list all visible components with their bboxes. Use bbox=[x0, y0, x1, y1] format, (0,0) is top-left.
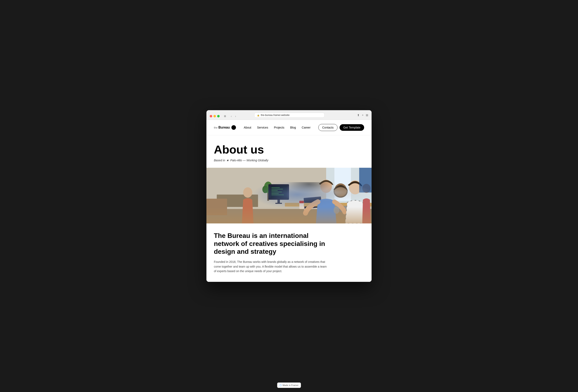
svg-rect-18 bbox=[278, 200, 280, 203]
site-nav: the Bureau About Services Projects Blog … bbox=[206, 120, 372, 135]
svg-rect-25 bbox=[299, 201, 304, 203]
browser-chrome: ⊞ ‹ › 🔒 the-bureau.framer.website ⬆ ＋ ⊞ bbox=[206, 110, 372, 120]
nav-projects[interactable]: Projects bbox=[274, 126, 285, 129]
forward-button[interactable]: › bbox=[234, 114, 237, 118]
svg-rect-6 bbox=[206, 199, 227, 215]
lock-icon: 🔒 bbox=[257, 114, 259, 116]
new-tab-button[interactable]: ＋ bbox=[361, 113, 364, 117]
svg-rect-19 bbox=[275, 203, 282, 204]
get-template-button[interactable]: Get Template bbox=[339, 124, 364, 131]
svg-point-27 bbox=[349, 180, 361, 194]
svg-point-32 bbox=[334, 206, 339, 214]
svg-point-31 bbox=[362, 184, 371, 193]
logo-bureau: Bureau bbox=[218, 126, 230, 129]
contacts-button[interactable]: Contacts bbox=[318, 124, 337, 131]
window-controls: ⊞ bbox=[223, 114, 227, 118]
minimize-button[interactable] bbox=[213, 115, 216, 117]
svg-rect-21 bbox=[304, 197, 322, 209]
back-button[interactable]: ‹ bbox=[230, 114, 233, 118]
subtitle-location: Palo-Alto — Working Globally bbox=[230, 159, 268, 162]
browser-actions: ⬆ ＋ ⊞ bbox=[357, 113, 368, 117]
office-photo bbox=[206, 168, 372, 223]
nav-links: About Services Projects Blog Career bbox=[244, 126, 311, 129]
svg-rect-11 bbox=[270, 186, 287, 198]
address-bar[interactable]: 🔒 the-bureau.framer.website bbox=[254, 113, 325, 118]
sidebar-button[interactable]: ⊞ bbox=[366, 113, 368, 117]
svg-rect-20 bbox=[303, 196, 323, 210]
close-button[interactable] bbox=[210, 115, 212, 117]
svg-rect-13 bbox=[271, 189, 283, 189]
logo[interactable]: the Bureau bbox=[214, 125, 236, 130]
svg-rect-24 bbox=[299, 201, 304, 209]
logo-the: the bbox=[214, 126, 218, 129]
nav-about[interactable]: About bbox=[244, 126, 251, 129]
logo-dot bbox=[231, 125, 236, 130]
svg-rect-17 bbox=[271, 195, 284, 195]
svg-point-29 bbox=[335, 183, 347, 197]
svg-rect-33 bbox=[359, 168, 372, 192]
svg-rect-16 bbox=[271, 193, 279, 194]
svg-rect-4 bbox=[335, 168, 351, 201]
svg-point-28 bbox=[334, 185, 348, 198]
subtitle-prefix: Based in bbox=[214, 159, 225, 162]
hero-title: About us bbox=[214, 144, 364, 156]
maximize-button[interactable] bbox=[217, 115, 220, 117]
svg-point-9 bbox=[262, 186, 268, 193]
nav-career[interactable]: Career bbox=[302, 126, 311, 129]
svg-rect-5 bbox=[217, 195, 258, 207]
nav-services[interactable]: Services bbox=[257, 126, 268, 129]
svg-point-8 bbox=[264, 181, 272, 193]
content-body: Founded in 2018, The Bureau works with b… bbox=[214, 260, 330, 273]
tab-view-button[interactable]: ⊞ bbox=[223, 114, 227, 118]
svg-rect-1 bbox=[206, 205, 372, 223]
nav-actions: Contacts Get Template bbox=[318, 124, 364, 131]
hero-section: About us Based in ★ Palo-Alto — Working … bbox=[206, 135, 372, 162]
framer-label: Made in Framer bbox=[283, 384, 299, 387]
traffic-lights bbox=[210, 115, 220, 117]
svg-rect-14 bbox=[271, 190, 278, 191]
svg-rect-15 bbox=[271, 192, 282, 192]
content-headline: The Bureau is an international network o… bbox=[214, 232, 334, 256]
browser-controls: ⊞ ‹ › 🔒 the-bureau.framer.website ⬆ ＋ ⊞ bbox=[210, 113, 368, 120]
website-content: the Bureau About Services Projects Blog … bbox=[206, 120, 372, 282]
svg-rect-10 bbox=[268, 184, 289, 200]
content-section: The Bureau is an international network o… bbox=[206, 223, 372, 282]
framer-icon: ⬡ bbox=[280, 384, 282, 387]
hero-subtitle: Based in ★ Palo-Alto — Working Globally bbox=[214, 159, 364, 162]
url-text: the-bureau.framer.website bbox=[261, 114, 289, 117]
svg-rect-12 bbox=[271, 187, 280, 188]
address-bar-container: 🔒 the-bureau.framer.website ⬆ ＋ ⊞ bbox=[239, 113, 368, 120]
nav-blog[interactable]: Blog bbox=[290, 126, 296, 129]
svg-rect-23 bbox=[322, 206, 347, 212]
svg-point-30 bbox=[243, 187, 252, 198]
share-button[interactable]: ⬆ bbox=[357, 113, 360, 117]
nav-buttons: ‹ › bbox=[230, 114, 237, 118]
framer-badge: ⬡ Made in Framer bbox=[277, 383, 301, 388]
star-icon: ★ bbox=[226, 159, 229, 162]
browser-window: ⊞ ‹ › 🔒 the-bureau.framer.website ⬆ ＋ ⊞ bbox=[206, 110, 372, 282]
svg-rect-22 bbox=[285, 203, 372, 207]
svg-rect-7 bbox=[267, 188, 269, 201]
